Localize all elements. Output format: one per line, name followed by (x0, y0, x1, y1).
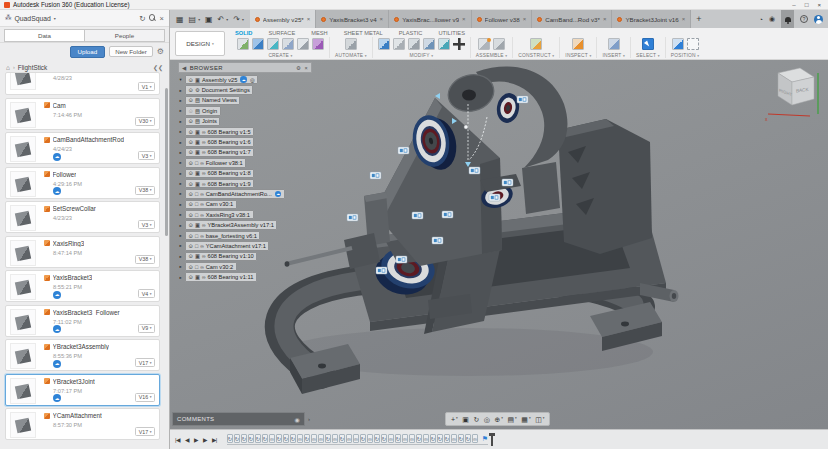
expand-arrow-icon[interactable]: ▸ (178, 119, 183, 124)
help-icon[interactable]: ? (800, 15, 808, 23)
visibility-icon[interactable]: ⊙ (189, 149, 193, 155)
browser-row-pill[interactable]: ⊙▣∞608 Bearing v1:7 (185, 148, 254, 157)
browser-row-pill[interactable]: ⊙▣∞608 Bearing v1:11 (185, 272, 257, 281)
timeline-joint-marker[interactable]: ↻ (234, 434, 240, 443)
close-tab-icon[interactable]: × (523, 16, 527, 22)
group-label[interactable]: SELECT▾ (636, 53, 660, 58)
browser-component-row[interactable]: ▸⊙□∞Follower v38:1 (178, 158, 312, 167)
joint-glyph-badge[interactable] (396, 256, 407, 263)
timeline-motion-marker[interactable]: ∞ (346, 434, 352, 443)
visibility-icon[interactable]: ⊙ (189, 201, 193, 207)
right-bracket-part[interactable] (558, 119, 652, 254)
display-settings-icon[interactable]: ▤▾ (507, 416, 516, 423)
ribbon-tab-solid[interactable]: SOLID (234, 29, 253, 37)
joint-icon[interactable] (493, 38, 505, 50)
joint-glyph-badge[interactable] (398, 147, 409, 154)
joint-glyph-badge[interactable] (370, 172, 381, 179)
expand-arrow-icon[interactable]: ▸ (178, 160, 183, 165)
pan-icon[interactable]: +▾ (451, 416, 458, 423)
new-component-icon[interactable] (478, 38, 490, 50)
joint-glyph-badge[interactable] (469, 167, 480, 174)
browser-folder-row[interactable]: ▸⊙⚙Document Settings (178, 85, 312, 94)
version-dropdown[interactable]: V17▾ (135, 427, 155, 436)
new-tab-button[interactable]: + (696, 14, 701, 24)
team-name[interactable]: QuadSquad (15, 15, 51, 22)
close-tab-icon[interactable]: × (603, 16, 607, 22)
expand-arrow-icon[interactable]: ▸ (178, 150, 183, 155)
expand-arrow-icon[interactable]: ▸ (178, 202, 183, 207)
create-form-icon[interactable] (312, 38, 324, 50)
viewports-icon[interactable]: ◫▾ (535, 416, 544, 423)
close-panel-icon[interactable]: × (160, 14, 164, 23)
version-dropdown[interactable]: V17▾ (135, 358, 155, 367)
shell-icon[interactable] (408, 38, 420, 50)
timeline-joint-marker[interactable]: ↻ (381, 434, 387, 443)
timeline-joint-marker[interactable]: ↻ (395, 434, 401, 443)
insert-canvas-icon[interactable] (608, 38, 620, 50)
grid-icon[interactable]: ▦▾ (521, 416, 530, 423)
doc-tab[interactable]: Assembly v25*× (250, 10, 316, 28)
go-to-end-icon[interactable]: ▶| (212, 437, 217, 443)
timeline-motion-marker[interactable]: ∞ (269, 434, 275, 443)
doc-tab[interactable]: YaxisBrac...llower v9× (389, 10, 471, 28)
timeline-joint-marker[interactable]: ↻ (325, 434, 331, 443)
browser-component-row[interactable]: ▸⊙▣∞608 Bearing v1:11 (178, 272, 312, 281)
browser-row-pill[interactable]: ⊙▣∞608 Bearing v1:6 (185, 137, 254, 146)
timeline-joint-marker[interactable]: ↻ (290, 434, 296, 443)
timeline-joint-marker[interactable]: ↻ (437, 434, 443, 443)
timeline-joint-marker[interactable]: ↻ (360, 434, 366, 443)
tab-data[interactable]: Data (4, 29, 85, 42)
select-icon[interactable] (642, 38, 654, 50)
extensions-icon[interactable]: ◉ (769, 15, 775, 23)
list-item[interactable]: YCamAttachment8:57:30 PMV17▾ (5, 408, 160, 440)
app-launcher-icon[interactable]: ▦ (176, 15, 184, 24)
list-item[interactable]: SetScrewCollar4/23/23V3▾ (5, 201, 160, 233)
list-item[interactable]: YaxisBracket3_Follower7:11:02 PM☁V9▾ (5, 305, 160, 337)
visibility-icon[interactable]: ⊙ (189, 222, 193, 228)
group-label[interactable]: INSERT▾ (602, 53, 625, 58)
browser-component-row[interactable]: ▸⊙□∞XaxisRing3 v38:1 (178, 210, 312, 219)
center-of-mass-icon[interactable]: ◎ (250, 77, 255, 83)
visibility-icon[interactable]: ⊙ (189, 191, 193, 197)
visibility-icon[interactable]: ⊙ (189, 118, 193, 124)
visibility-icon[interactable]: ⊙ (189, 253, 193, 259)
redo-icon[interactable]: ↷ (233, 15, 240, 24)
browser-row-pill[interactable]: ⊙□∞CamBandAttachmentRo...☁ (185, 189, 285, 198)
close-icon[interactable]: × (817, 1, 821, 8)
visibility-icon[interactable]: ⊙ (189, 77, 193, 83)
browser-folder-row[interactable]: ▸⊙▤Named Views (178, 96, 312, 105)
split-icon[interactable] (438, 38, 450, 50)
doc-tab[interactable]: CamBand...Rod v3*× (532, 10, 612, 28)
save-icon[interactable]: ▣ (205, 15, 213, 24)
expand-arrow-icon[interactable]: ▸ (178, 264, 183, 269)
expand-arrow-icon[interactable]: ▸ (178, 88, 183, 93)
browser-component-row[interactable]: ▸⊙□∞Cam v30:1 (178, 200, 312, 209)
caret-down-icon[interactable]: ▾ (54, 16, 56, 21)
capture-position-icon[interactable] (672, 38, 684, 50)
ribbon-tab-surface[interactable]: SURFACE (267, 29, 296, 37)
close-tab-icon[interactable]: × (380, 16, 384, 22)
version-dropdown[interactable]: V3▾ (138, 220, 155, 229)
workspace-switcher[interactable]: DESIGN ▾ (175, 31, 225, 56)
group-label[interactable]: ASSEMBLE▾ (476, 53, 507, 58)
timeline-joint-marker[interactable]: ↻ (276, 434, 282, 443)
zoom-icon[interactable]: ⊕▾ (494, 416, 503, 423)
expand-arrow-icon[interactable]: ▸ (178, 98, 183, 103)
expand-arrow-icon[interactable]: ▸ (178, 223, 183, 228)
browser-row-pill[interactable]: ⊙□∞XaxisRing3 v38:1 (185, 210, 254, 219)
step-forward-icon[interactable]: ▶ (203, 437, 207, 443)
expand-arrow-icon[interactable]: ▸ (178, 108, 183, 113)
list-item[interactable]: CamBandAttachmentRod4/24/23☁V3▾ (5, 132, 160, 164)
browser-root-pill[interactable]: ⊙ ▣ Assembly v25 ☁ ◎ (185, 75, 258, 84)
refresh-icon[interactable]: ↻ (139, 14, 145, 23)
timeline-motion-marker[interactable]: ∞ (332, 434, 338, 443)
group-label[interactable]: CONSTRUCT▾ (518, 53, 554, 58)
browser-close-icon[interactable]: × (304, 65, 308, 71)
version-dropdown[interactable]: V4▾ (138, 289, 155, 298)
joint-glyph-badge[interactable] (442, 211, 453, 218)
browser-row-pill[interactable]: ⊙⚙Document Settings (185, 85, 253, 94)
browser-component-row[interactable]: ▸⊙▣∞608 Bearing v1:5 (178, 127, 312, 136)
version-dropdown[interactable]: V30▾ (135, 117, 155, 126)
go-to-start-icon[interactable]: |◀ (175, 437, 180, 443)
expand-arrow-icon[interactable]: ▸ (178, 212, 183, 217)
